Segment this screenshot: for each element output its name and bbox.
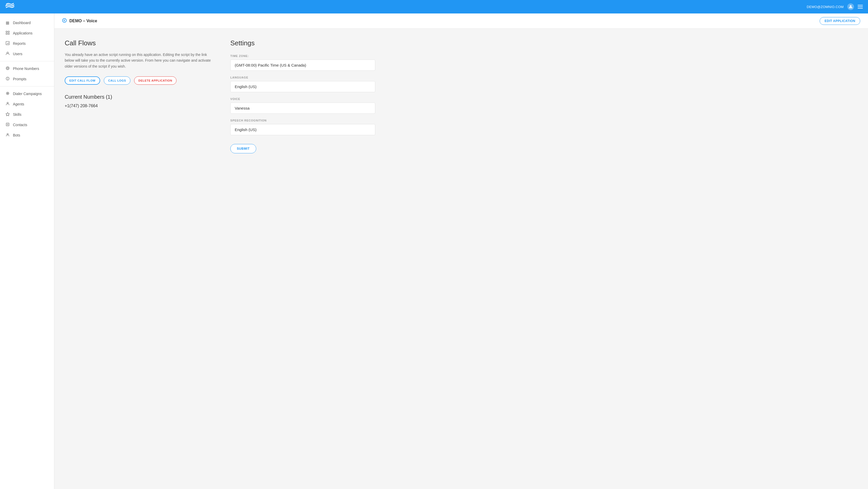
svg-point-14: [7, 79, 8, 80]
svg-rect-20: [6, 123, 9, 126]
time-zone-field: TIME ZONE: (GMT-08:00) Pacific Time (US …: [230, 54, 375, 71]
svg-rect-4: [8, 33, 9, 34]
agents-icon: [5, 102, 10, 107]
sidebar-item-prompts[interactable]: Prompts: [0, 74, 54, 84]
back-arrow-icon[interactable]: [62, 18, 67, 24]
avatar-icon[interactable]: [847, 3, 854, 10]
svg-point-11: [7, 67, 8, 69]
delete-application-button[interactable]: DELETE APPLICATION: [134, 77, 177, 85]
sidebar-label-prompts: Prompts: [13, 77, 26, 81]
reports-icon: [5, 41, 10, 46]
settings-section: Settings TIME ZONE: (GMT-08:00) Pacific …: [230, 39, 375, 479]
sidebar-label-agents: Agents: [13, 102, 24, 106]
voice-label: VOICE: [230, 97, 375, 100]
logo-area: [5, 2, 14, 11]
speech-recognition-field: SPEECH RECOGNITION English (US): [230, 119, 375, 135]
sidebar-divider: [0, 61, 54, 61]
current-numbers-title: Current Numbers (1): [65, 94, 215, 100]
sidebar-item-agents[interactable]: Agents: [0, 99, 54, 109]
svg-marker-19: [6, 112, 9, 116]
call-logs-button[interactable]: CALL LOGS: [104, 77, 130, 85]
svg-rect-3: [6, 33, 7, 34]
action-buttons: EDIT CALL FLOW CALL LOGS DELETE APPLICAT…: [65, 77, 215, 85]
sub-header: DEMO – Voice EDIT APPLICATION: [54, 13, 868, 29]
sidebar-item-applications[interactable]: Applications: [0, 28, 54, 38]
sidebar-item-dashboard[interactable]: ▦ Dashboard: [0, 18, 54, 28]
hamburger-icon[interactable]: [858, 5, 863, 8]
sidebar-item-dialer-campaigns[interactable]: Dialer Campaigns: [0, 89, 54, 99]
sidebar-item-phone-numbers[interactable]: Phone Numbers: [0, 63, 54, 74]
call-flows-title: Call Flows: [65, 39, 215, 47]
svg-point-10: [6, 67, 9, 70]
voice-field: VOICE Vanessa: [230, 97, 375, 114]
contacts-icon: [5, 122, 10, 127]
svg-point-17: [7, 93, 8, 93]
svg-rect-1: [6, 31, 7, 32]
page-title: DEMO – Voice: [69, 19, 97, 23]
time-zone-label: TIME ZONE:: [230, 54, 375, 57]
language-field: LANGUAGE English (US): [230, 76, 375, 92]
prompts-icon: [5, 77, 10, 81]
time-zone-value: (GMT-08:00) Pacific Time (US & Canada): [230, 60, 375, 71]
sidebar-item-skills[interactable]: Skills: [0, 109, 54, 120]
main-layout: ▦ Dashboard Applications: [0, 13, 868, 489]
sidebar-item-bots[interactable]: Bots: [0, 130, 54, 140]
language-label: LANGUAGE: [230, 76, 375, 79]
settings-title: Settings: [230, 39, 375, 47]
applications-icon: [5, 31, 10, 35]
sidebar-divider-2: [0, 86, 54, 87]
sidebar-label-skills: Skills: [13, 112, 22, 117]
sidebar-label-users: Users: [13, 52, 23, 56]
svg-rect-2: [8, 31, 9, 32]
header-right: DEMO@ZOMNIO.COM: [807, 3, 863, 10]
sidebar-item-contacts[interactable]: Contacts: [0, 120, 54, 130]
speech-recognition-label: SPEECH RECOGNITION: [230, 119, 375, 122]
dialer-campaigns-icon: [5, 91, 10, 96]
sidebar-label-dashboard: Dashboard: [13, 21, 31, 25]
sidebar-item-users[interactable]: Users: [0, 49, 54, 59]
voice-value: Vanessa: [230, 103, 375, 114]
sidebar-label-bots: Bots: [13, 133, 20, 137]
content-area: DEMO – Voice EDIT APPLICATION Call Flows…: [54, 13, 868, 489]
sidebar-label-phone-numbers: Phone Numbers: [13, 66, 39, 71]
bots-icon: [5, 133, 10, 138]
logo-icon: [5, 2, 14, 11]
sidebar: ▦ Dashboard Applications: [0, 13, 54, 489]
sidebar-label-reports: Reports: [13, 41, 26, 46]
users-icon: [5, 52, 10, 56]
sidebar-item-reports[interactable]: Reports: [0, 38, 54, 49]
svg-point-23: [7, 134, 8, 135]
language-value: English (US): [230, 81, 375, 92]
submit-button[interactable]: SUBMIT: [230, 144, 256, 153]
phone-number: +1(747) 208-7664: [65, 104, 215, 108]
phone-numbers-icon: [5, 66, 10, 71]
skills-icon: [5, 112, 10, 117]
svg-point-24: [63, 19, 66, 22]
call-flows-section: Call Flows You already have an active sc…: [65, 39, 215, 479]
breadcrumb: DEMO – Voice: [62, 18, 97, 24]
user-email: DEMO@ZOMNIO.COM: [807, 5, 844, 9]
top-header: DEMO@ZOMNIO.COM: [0, 0, 868, 13]
speech-recognition-value: English (US): [230, 124, 375, 135]
sidebar-label-contacts: Contacts: [13, 123, 27, 127]
main-content: Call Flows You already have an active sc…: [54, 29, 868, 489]
edit-application-button[interactable]: EDIT APPLICATION: [819, 17, 860, 25]
call-flows-description: You already have an active script runnin…: [65, 52, 215, 69]
sidebar-label-dialer-campaigns: Dialer Campaigns: [13, 92, 42, 96]
svg-point-18: [7, 102, 8, 104]
edit-call-flow-button[interactable]: EDIT CALL FLOW: [65, 77, 100, 85]
dashboard-icon: ▦: [5, 21, 10, 25]
sidebar-label-applications: Applications: [13, 31, 33, 35]
